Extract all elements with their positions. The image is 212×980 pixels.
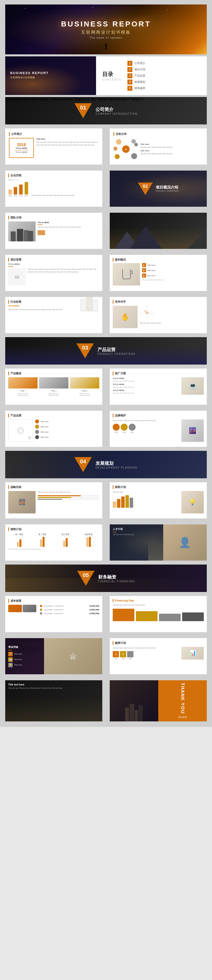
mountain-2 <box>130 226 162 249</box>
business-dist-slide: 业务分布 ◆ Title Here Title text here Tit <box>110 129 207 165</box>
profit-content: ▶ Title Here ▶ Title Here ▶ Title Here T… <box>113 263 204 286</box>
enterprise-sub: ABOUT US <box>8 179 99 181</box>
brand-item-2: Title <box>121 424 128 433</box>
cost-item-2: DESCRIBE / CONTENTS 4,000,000 <box>40 608 99 611</box>
section5-tri-wrap: 05 <box>77 571 95 586</box>
skyline-b1 <box>125 708 129 721</box>
industry-sub: TITLEHERE <box>8 305 99 307</box>
fr-label-2: Title <box>120 658 126 660</box>
last-section-label: Title text here <box>8 683 99 686</box>
person-icon: 👤 <box>179 537 191 548</box>
mountain-3 <box>187 230 207 249</box>
cover-sub-title: 互联网商业计划书模板 <box>61 29 151 35</box>
q4: 第四季度 <box>78 533 99 547</box>
cover-main-title: BUSINESS REPORT <box>61 20 151 28</box>
brand-text: Title text here Title text here Title te… <box>113 420 179 442</box>
fundraising-desc: Title text here Title text here Title te… <box>113 647 179 650</box>
toc-label-3: 产品运营 <box>134 74 145 78</box>
acquisition-desc: Title text here <box>113 491 179 494</box>
q4-bars <box>78 537 99 547</box>
fr-label-1: Title <box>113 658 119 660</box>
company-content-row: 2018 TITLE HERE TITLE HERE Title Here Ti… <box>9 138 98 158</box>
ops-dot-2 <box>35 425 39 429</box>
toc-panel: 目录 CONTENTS 1 公司简介 2 项目介绍 3 产品运营 <box>96 56 207 95</box>
toc-label-5: 财务融资 <box>134 86 145 90</box>
profit-icon-2: ▶ <box>142 268 146 272</box>
profit-icon-1: ▶ <box>142 263 146 267</box>
strategy-bar-wrap-1 <box>38 495 99 496</box>
team-accent <box>38 224 43 225</box>
competitor-title: 竞争对手 <box>113 300 204 304</box>
section4-tri-wrap: 04 <box>74 457 92 472</box>
fundraising-slide: 融资计划 Title text here Title text here Tit… <box>110 638 207 674</box>
fr-label-3: Title <box>127 658 133 660</box>
bubble-3 <box>115 154 120 159</box>
center-bubble: ◆ <box>122 145 130 153</box>
business-desc: Title text here Title text here Title te… <box>140 146 203 149</box>
ops-label-2: Title here <box>40 426 49 428</box>
q1-bar-2 <box>19 539 21 547</box>
product-item-2: 产品二 Title text here Title text here <box>39 377 68 396</box>
company-intro-slide: 公司简介 2018 TITLE HERE TITLE HERE Title He… <box>5 129 102 165</box>
company-desc-text: Title text here Title text here Title te… <box>36 141 98 146</box>
marketing-item-3: TITLE HERE <box>113 389 179 391</box>
business-desc2: Title text here Title text here Title te… <box>140 153 203 155</box>
person-1 <box>11 231 16 241</box>
strategy-bar-3 <box>38 499 62 500</box>
gap-bar-1 <box>113 609 134 621</box>
profit-item-3: ▶ Title Here <box>142 274 204 278</box>
laptop-icon: 💻 <box>189 383 196 389</box>
q2-label: 第二季度 <box>32 533 53 536</box>
brand-photo: 🌆 <box>181 420 204 442</box>
timeline-chart: 2014 2015 2016 2017 Title text here Titl… <box>8 183 99 197</box>
team-desc: Title text here Title text here Title te… <box>38 226 99 229</box>
business-title-here2: Title Here <box>140 150 203 152</box>
toc-title-area: 目录 CONTENTS <box>102 60 122 91</box>
marketing-content: TITLE HERE Title text here Title text he… <box>113 377 204 395</box>
section5-divider: 05 财务融资 FINANCIAL FINANCING <box>5 565 207 592</box>
toc-items: 1 公司简介 2 项目介绍 3 产品运营 4 发展规划 <box>127 60 145 91</box>
talent-photo: 👤 <box>163 524 207 560</box>
company-title: 公司简介 <box>9 132 98 136</box>
industry-desc: Title text here Title text here Title te… <box>8 309 78 311</box>
toc-num-1: 1 <box>127 61 132 66</box>
fund-photo: 🛣 <box>44 638 102 674</box>
project-sub: TITLE HERE <box>8 263 99 265</box>
enterprise-title: 企业历程 <box>8 173 99 177</box>
fr-icon-3: ↑ <box>127 651 133 657</box>
talent-accent <box>113 532 117 532</box>
star-4 <box>130 12 130 12</box>
product-img-2 <box>39 377 68 388</box>
cost-slide: 成本核算 DESCRIBE / CONTENTS 3,200,000 <box>5 596 102 632</box>
fund-use-slide: ');" data-name="fund-bg" data-interactab… <box>5 638 102 674</box>
q3-bars <box>54 537 76 547</box>
fund-items: 📦 Title here 🏢 Title here 💡 Title here <box>8 652 41 667</box>
strategy-text: Title text here Title text here Title te… <box>38 491 99 514</box>
profit-model-slide: 盈利模式 ▶ Title Here ▶ Title Here <box>110 255 207 291</box>
toc-num-4: 4 <box>127 80 132 84</box>
title-here-1: TITLE HERE <box>16 147 27 150</box>
project-accent <box>8 266 13 267</box>
building-3 <box>93 300 98 311</box>
cost-label-2: DESCRIBE / CONTENTS <box>44 609 63 611</box>
q3: 第三季度 <box>54 533 76 547</box>
product-img-3 <box>70 377 99 388</box>
fund-label-1: Title here <box>14 653 22 655</box>
q3-label: 第三季度 <box>54 533 76 536</box>
toc-label-2: 项目介绍 <box>134 68 145 71</box>
strategy-title: 战略目标 <box>8 485 99 489</box>
marketing-title: 推广方案 <box>113 372 204 375</box>
marketing-items: TITLE HERE Title text here Title text he… <box>113 377 179 395</box>
cost-label-3: DESCRIBE / CONTENTS <box>44 612 63 614</box>
toc-item-1: 1 公司简介 <box>127 61 145 66</box>
last-content-text: Title text here Title text here Title te… <box>5 680 102 692</box>
section2-tri-wrap: 02 <box>138 183 153 195</box>
financing-gap-slide: Financing Gap Title text here Title text… <box>110 596 207 632</box>
year-bar-2: 2015 <box>14 187 17 197</box>
brand-img: 🌆 <box>181 420 204 442</box>
fund-item-1: 📦 Title here <box>8 652 41 656</box>
team-content: TITLE HERE Title text here Title text he… <box>8 221 99 241</box>
skyline-b3 <box>135 710 138 721</box>
fr-item-3: ↑ Title <box>127 651 133 660</box>
cost-val-1: 3,200,000 <box>89 605 99 607</box>
